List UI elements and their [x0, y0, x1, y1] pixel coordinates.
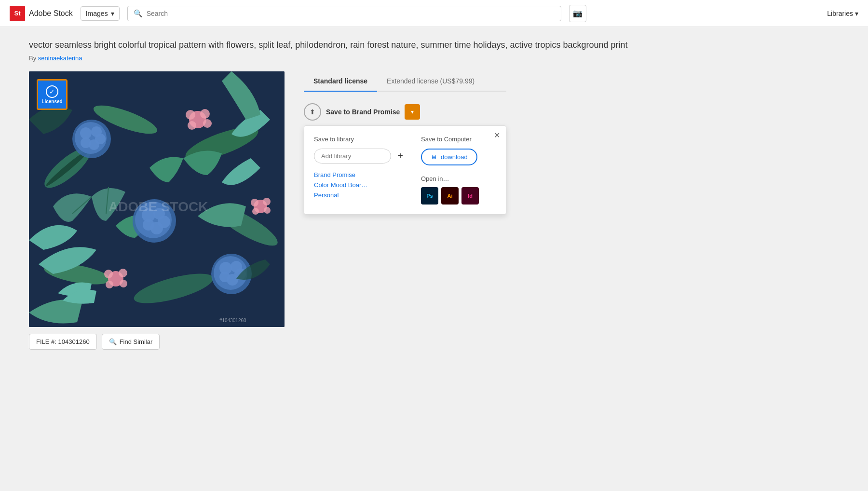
save-section: ⬆ Save to Brand Promise ▾ [304, 103, 506, 121]
image-container: ADOBE STOCK #104301260 ✓ Licensed FILE #… [29, 71, 285, 350]
upload-icon: ⬆ [304, 103, 321, 121]
svg-point-30 [219, 272, 230, 282]
app-name: Adobe Stock [29, 9, 73, 18]
svg-point-33 [200, 109, 210, 119]
license-panel: Standard license Extended license (US$79… [304, 71, 506, 215]
upload-arrow-icon: ⬆ [310, 108, 315, 116]
save-to-label: Save to Brand Promise [326, 108, 400, 116]
svg-point-42 [251, 199, 258, 206]
licensed-badge: ✓ Licensed [37, 79, 68, 110]
app-icons: Ps Ai Id [421, 187, 496, 205]
svg-point-23 [81, 137, 91, 148]
svg-point-45 [252, 208, 259, 215]
libraries-chevron-icon: ▾ [855, 10, 858, 17]
photoshop-icon[interactable]: Ps [421, 187, 438, 205]
find-similar-label: Find Similar [120, 338, 153, 345]
svg-point-34 [203, 119, 212, 128]
svg-point-16 [143, 219, 154, 231]
library-item-brand-promise[interactable]: Brand Promise [314, 171, 407, 178]
image-author: By seninaekaterina [29, 55, 646, 62]
library-item-personal[interactable]: Personal [314, 191, 407, 199]
download-label: download [441, 153, 468, 161]
tropical-pattern-svg: ADOBE STOCK #104301260 [29, 71, 285, 327]
svg-text:#104301260: #104301260 [219, 318, 246, 323]
indesign-icon[interactable]: Id [461, 187, 479, 205]
logo-area: St Adobe Stock [10, 6, 73, 21]
licensed-check-icon: ✓ [46, 85, 58, 98]
images-dropdown[interactable]: Images ▾ [81, 6, 120, 21]
svg-point-38 [119, 269, 127, 277]
author-prefix: By [29, 55, 36, 62]
svg-point-35 [188, 121, 196, 130]
logo-icon: St [10, 6, 25, 21]
add-library-button[interactable]: + [394, 150, 407, 163]
panel-columns: Save to library + Brand Promise Color Mo… [314, 136, 496, 205]
header: St Adobe Stock Images ▾ 🔍 📷 Libraries ▾ [0, 0, 868, 27]
file-number-value: 104301260 [58, 338, 90, 345]
main-image: ADOBE STOCK #104301260 ✓ Licensed [29, 71, 285, 327]
svg-point-39 [120, 280, 127, 287]
open-in-title: Open in… [421, 175, 496, 182]
license-tabs: Standard license Extended license (US$79… [304, 71, 506, 92]
file-info-button[interactable]: FILE #: 104301260 [29, 334, 97, 350]
save-to-library-name: Brand Promise [352, 108, 400, 116]
illustrator-icon[interactable]: Ai [441, 187, 459, 205]
file-number-label: FILE #: [36, 338, 56, 345]
image-actions: FILE #: 104301260 🔍 Find Similar [29, 334, 285, 350]
svg-point-32 [186, 110, 195, 120]
download-button[interactable]: 🖥 download [421, 149, 477, 165]
panel-left: Save to library + Brand Promise Color Mo… [314, 136, 407, 199]
tab-standard-license[interactable]: Standard license [304, 71, 377, 92]
svg-point-44 [264, 207, 271, 214]
library-item-color-mood[interactable]: Color Mood Boar… [314, 181, 407, 189]
author-link[interactable]: seninaekaterina [38, 55, 82, 62]
image-title: vector seamless bright colorful tropical… [29, 39, 646, 52]
content-row: ADOBE STOCK #104301260 ✓ Licensed FILE #… [29, 71, 646, 350]
dropdown-label: Images [86, 10, 108, 17]
close-panel-button[interactable]: ✕ [494, 131, 500, 140]
libraries-label: Libraries [827, 10, 853, 17]
libraries-button[interactable]: Libraries ▾ [827, 10, 858, 17]
licensed-text: Licensed [41, 99, 62, 104]
main-content: vector seamless bright colorful tropical… [0, 27, 675, 369]
save-to-library-title: Save to library [314, 136, 407, 143]
svg-point-37 [104, 270, 113, 278]
svg-point-43 [263, 198, 271, 205]
add-library-input[interactable] [314, 149, 391, 164]
search-input[interactable] [147, 10, 555, 17]
tab-extended-license[interactable]: Extended license (US$79.99) [377, 71, 484, 92]
find-similar-button[interactable]: 🔍 Find Similar [102, 334, 160, 350]
save-dropdown-button[interactable]: ▾ [405, 104, 420, 120]
dropdown-chevron-icon: ▾ [111, 10, 114, 17]
save-to-computer-title: Save to Computer [421, 136, 496, 143]
library-list: Brand Promise Color Mood Boar… Personal [314, 171, 407, 199]
monitor-icon: 🖥 [431, 153, 437, 161]
add-library-row: + [314, 149, 407, 164]
svg-point-19 [80, 127, 92, 139]
search-icon: 🔍 [134, 9, 143, 18]
find-similar-icon: 🔍 [109, 338, 117, 345]
camera-search-button[interactable]: 📷 [569, 5, 586, 22]
search-bar: 🔍 [127, 6, 561, 21]
save-dropdown-panel: ✕ Save to library + Brand Promise Color … [304, 125, 506, 215]
camera-icon: 📷 [573, 9, 583, 18]
svg-text:ADOBE STOCK: ADOBE STOCK [108, 199, 208, 214]
svg-point-40 [106, 281, 113, 288]
dropdown-arrow-icon: ▾ [411, 109, 414, 115]
panel-right: Save to Computer 🖥 download Open in… Ps … [421, 136, 496, 205]
